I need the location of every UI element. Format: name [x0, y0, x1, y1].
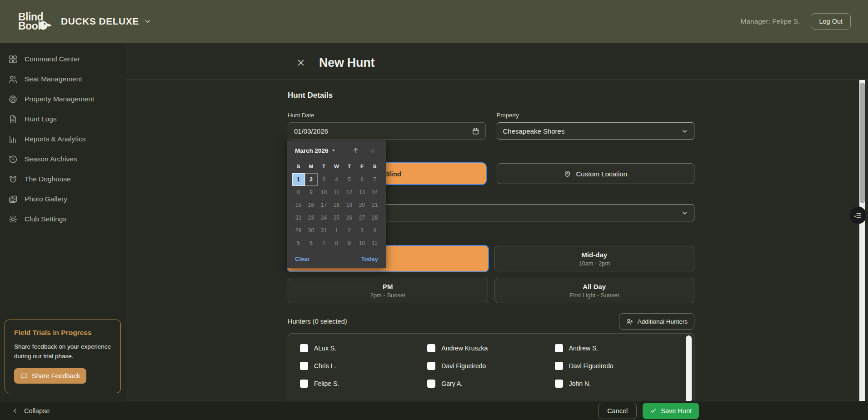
calendar-icon[interactable]	[472, 127, 479, 135]
hunter-checkbox[interactable]	[427, 362, 435, 370]
calendar-day[interactable]: 6	[356, 173, 369, 186]
calendar-day[interactable]: 29	[292, 224, 305, 237]
gear-icon	[8, 215, 18, 224]
hunter-checkbox[interactable]	[555, 380, 563, 388]
page-scrollbar-thumb[interactable]	[860, 83, 865, 203]
calendar-day[interactable]: 14	[369, 186, 381, 199]
floating-menu-button[interactable]	[849, 206, 867, 224]
sidebar-item-command-center[interactable]: Command Center	[0, 49, 126, 69]
next-month-arrow-icon[interactable]	[369, 147, 376, 154]
calendar-day[interactable]: 30	[305, 224, 318, 237]
hunter-name: Chris L.	[314, 362, 336, 370]
calendar-day[interactable]: 28	[369, 211, 381, 224]
calendar-day[interactable]: 19	[343, 199, 356, 211]
calendar-day[interactable]: 4	[330, 173, 343, 186]
calendar-day[interactable]: 21	[369, 199, 381, 211]
calendar-day[interactable]: 11	[369, 237, 381, 250]
logout-button[interactable]: Log Out	[811, 13, 851, 30]
sidebar-item-reports-analytics[interactable]: Reports & Analytics	[0, 129, 126, 149]
hunt-date-label: Hunt Date	[288, 112, 486, 119]
additional-hunters-button[interactable]: Additional Hunters	[619, 313, 694, 330]
cancel-button[interactable]: Cancel	[598, 403, 637, 419]
sidebar-item-club-settings[interactable]: Club Settings	[0, 209, 126, 229]
club-selector[interactable]: DUCKS DELUXE	[61, 16, 152, 27]
calendar-day[interactable]: 27	[356, 211, 369, 224]
calendar-day[interactable]: 8	[330, 237, 343, 250]
calendar-day[interactable]: 6	[305, 237, 318, 250]
calendar-day[interactable]: 8	[292, 186, 305, 199]
calendar-day[interactable]: 5	[292, 237, 305, 250]
target-icon	[8, 95, 18, 104]
calendar-day[interactable]: 9	[343, 237, 356, 250]
hunter-checkbox[interactable]	[300, 380, 308, 388]
location-custom-button[interactable]: Custom Location	[497, 163, 695, 184]
hunter-checkbox[interactable]	[555, 362, 563, 370]
sidebar-item-photo-gallery[interactable]: Photo Gallery	[0, 189, 126, 209]
close-icon[interactable]	[296, 58, 305, 67]
sidebar-item-hunt-logs[interactable]: Hunt Logs	[0, 109, 126, 129]
calendar-today-button[interactable]: Today	[361, 255, 378, 262]
save-hunt-button[interactable]: Save Hunt	[643, 403, 699, 419]
hunter-checkbox[interactable]	[427, 380, 435, 388]
calendar-weekday: T	[318, 161, 330, 172]
calendar-day[interactable]: 7	[318, 237, 330, 250]
calendar-day[interactable]: 7	[369, 173, 381, 186]
share-feedback-button[interactable]: Share Feedback	[14, 368, 86, 384]
hunter-checkbox[interactable]	[427, 344, 435, 352]
calendar-day[interactable]: 22	[292, 211, 305, 224]
hunter-checkbox[interactable]	[555, 344, 563, 352]
calendar-day[interactable]: 23	[305, 211, 318, 224]
time-slot-midday-button[interactable]: Mid-day 10am - 2pm	[494, 246, 695, 271]
calendar-day[interactable]: 4	[369, 224, 381, 237]
calendar-day[interactable]: 24	[318, 211, 330, 224]
sidebar-item-the-doghouse[interactable]: The Doghouse	[0, 169, 126, 189]
calendar-day[interactable]: 9	[305, 186, 318, 199]
calendar-day[interactable]: 20	[356, 199, 369, 211]
calendar-day[interactable]: 31	[318, 224, 330, 237]
calendar-weekday: T	[343, 161, 356, 172]
hunt-date-input[interactable]: 01/03/2026	[288, 122, 486, 140]
calendar-day[interactable]: 10	[318, 186, 330, 199]
calendar-day[interactable]: 25	[330, 211, 343, 224]
photo-icon	[8, 195, 18, 204]
calendar-day[interactable]: 2	[305, 173, 318, 186]
prev-month-arrow-icon[interactable]	[352, 147, 359, 154]
calendar-day[interactable]: 1	[292, 173, 305, 186]
month-selector[interactable]: March 2026	[295, 147, 336, 154]
chevron-down-icon	[681, 210, 688, 216]
calendar-day[interactable]: 3	[356, 224, 369, 237]
check-icon	[650, 407, 657, 414]
hunter-name: Davi Figueiredo	[569, 362, 614, 370]
new-hunt-modal: New Hunt Hunt Details Hunt Date 01/03/20…	[126, 43, 868, 401]
calendar-clear-button[interactable]: Clear	[295, 255, 310, 262]
calendar-day[interactable]: 1	[330, 224, 343, 237]
calendar-day[interactable]: 10	[356, 237, 369, 250]
sidebar-item-seat-management[interactable]: Seat Management	[0, 69, 126, 89]
date-picker-popup: March 2026 SMTWTFS 123456789101112131415…	[287, 140, 386, 268]
calendar-day[interactable]: 2	[343, 224, 356, 237]
property-select[interactable]: Chesapeake Shores	[497, 122, 695, 140]
calendar-day[interactable]: 26	[343, 211, 356, 224]
calendar-day[interactable]: 13	[356, 186, 369, 199]
hunters-count-label: Hunters (0 selected)	[288, 318, 347, 325]
collapse-button[interactable]: Collapse	[12, 407, 50, 415]
hunter-row: ALux S.	[300, 344, 427, 352]
hunter-checkbox[interactable]	[300, 344, 308, 352]
calendar-day[interactable]: 3	[318, 173, 330, 186]
footer-bar: Collapse Cancel Save Hunt	[0, 401, 868, 420]
calendar-day[interactable]: 11	[330, 186, 343, 199]
hunter-name: ALux S.	[314, 345, 336, 352]
calendar-day[interactable]: 5	[343, 173, 356, 186]
hunters-scrollbar[interactable]	[686, 335, 692, 401]
sidebar-item-property-management[interactable]: Property Management	[0, 89, 126, 109]
calendar-day[interactable]: 12	[343, 186, 356, 199]
time-slot-allday-button[interactable]: All Day First Light - Sunset	[494, 278, 695, 303]
hunter-checkbox[interactable]	[300, 362, 308, 370]
calendar-day[interactable]: 18	[330, 199, 343, 211]
calendar-day[interactable]: 15	[292, 199, 305, 211]
calendar-day[interactable]: 17	[318, 199, 330, 211]
calendar-day[interactable]: 16	[305, 199, 318, 211]
time-slot-pm-button[interactable]: PM 2pm - Sunset	[288, 278, 488, 303]
sidebar-item-season-archives[interactable]: Season Archives	[0, 149, 126, 169]
hunter-name: Davi Figueiredo	[441, 362, 486, 370]
